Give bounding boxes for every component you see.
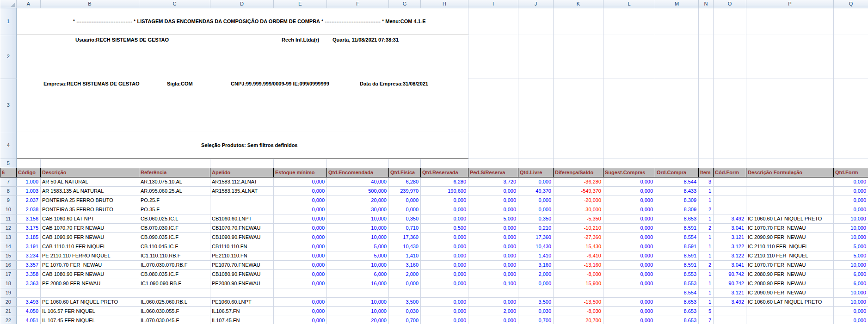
cell-ped_s_reserva[interactable]: 0,000 <box>468 223 518 232</box>
cell-cod_form[interactable] <box>714 205 746 214</box>
cell-apelido[interactable]: PE2080.90.FNEWAU <box>210 279 274 288</box>
cell-qtd_livre[interactable]: 49,370 <box>518 186 554 196</box>
column-title-diferenca_saldo[interactable]: Diferença/Saldo <box>554 168 603 177</box>
cell-sugest_compras[interactable]: 0,000 <box>603 177 655 186</box>
cell-ord_compra[interactable]: 8.544 <box>655 177 699 186</box>
empty-cell[interactable] <box>468 159 518 168</box>
cell-descricao_formulacao[interactable] <box>746 316 834 324</box>
column-header-N[interactable]: N <box>699 0 714 8</box>
empty-cell[interactable] <box>834 132 868 159</box>
cell-estoque_minimo[interactable]: 0,000 <box>274 196 327 205</box>
cell-ord_compra[interactable]: 8.653 <box>655 214 699 223</box>
cell-codigo[interactable]: 2.038 <box>17 205 41 214</box>
column-header-E[interactable]: E <box>274 0 327 8</box>
column-header-C[interactable]: C <box>139 0 210 8</box>
cell-sugest_compras[interactable]: 0,000 <box>603 205 655 214</box>
report-filter-cell[interactable]: Seleção Produtos: Sem filtros definidos <box>17 132 468 159</box>
cell-qtd_form[interactable]: 10,000 <box>834 223 868 232</box>
cell-qtd_form[interactable]: 6,000 <box>834 279 868 288</box>
cell-qtd_fisica[interactable]: 17,360 <box>389 232 421 242</box>
cell-referencia[interactable]: CB.060.025.IC.L <box>139 214 210 223</box>
cell-ped_s_reserva[interactable]: 0,000 <box>468 205 518 214</box>
cell-codigo[interactable]: 3.191 <box>17 242 41 251</box>
cell-descricao_formulacao[interactable]: IC 2080.90 FER NEWAU <box>746 269 834 279</box>
cell-qtd_encomendada[interactable]: 6,000 <box>327 269 389 279</box>
row-header[interactable]: 11 <box>0 214 17 223</box>
cell-qtd_form[interactable]: 5,000 <box>834 251 868 260</box>
column-header-P[interactable]: P <box>746 0 834 8</box>
cell-qtd_reservada[interactable]: 0,000 <box>421 306 468 316</box>
cell-diferenca_saldo[interactable]: -36,280 <box>554 177 603 186</box>
cell-ord_compra[interactable]: 8.309 <box>655 205 699 214</box>
cell-ped_s_reserva[interactable]: 2,000 <box>468 306 518 316</box>
row-header[interactable]: 16 <box>0 260 17 269</box>
cell-ped_s_reserva[interactable]: 0,000 <box>468 186 518 196</box>
empty-cell[interactable] <box>603 79 655 132</box>
cell-estoque_minimo[interactable]: 0,000 <box>274 316 327 324</box>
cell-ped_s_reserva[interactable]: 0,000 <box>468 242 518 251</box>
cell-ped_s_reserva[interactable]: 0,000 <box>468 269 518 279</box>
cell-referencia[interactable]: IL.070.030.045.F <box>139 316 210 324</box>
cell-qtd_reservada[interactable]: 0,000 <box>421 232 468 242</box>
cell-qtd_encomendada[interactable]: 10,000 <box>327 306 389 316</box>
cell-item[interactable]: 1 <box>699 196 714 205</box>
row-header[interactable]: 3 <box>0 79 17 132</box>
row-header[interactable]: 2 <box>0 35 17 79</box>
cell-qtd_fisica[interactable]: 2,000 <box>389 269 421 279</box>
column-header-J[interactable]: J <box>518 0 554 8</box>
cell-referencia[interactable]: PO.35.F <box>139 205 210 214</box>
empty-cell[interactable] <box>834 8 868 35</box>
row-header[interactable]: 13 <box>0 232 17 242</box>
column-header-B[interactable]: B <box>41 0 139 8</box>
cell-codigo[interactable]: 3.234 <box>17 251 41 260</box>
cell-ped_s_reserva[interactable]: 5,000 <box>468 214 518 223</box>
cell-qtd_form[interactable]: 10,000 <box>834 214 868 223</box>
column-header-O[interactable]: O <box>714 0 746 8</box>
cell-qtd_form[interactable]: 6,000 <box>834 269 868 279</box>
cell-item[interactable]: 2 <box>699 260 714 269</box>
cell-diferenca_saldo[interactable]: -27,360 <box>554 232 603 242</box>
cell-descricao_formulacao[interactable] <box>746 306 834 316</box>
cell-qtd_fisica[interactable]: 0,000 <box>389 205 421 214</box>
cell-referencia[interactable]: CB.080.035.IC.F <box>139 269 210 279</box>
cell-qtd_encomendada[interactable]: 10,000 <box>327 232 389 242</box>
cell-qtd_form[interactable]: 10,000 <box>834 288 868 297</box>
empty-cell[interactable] <box>389 159 421 168</box>
cell-qtd_reservada[interactable]: 0,000 <box>421 316 468 324</box>
cell-qtd_livre[interactable]: 0,350 <box>518 214 554 223</box>
cell-sugest_compras[interactable]: 0,000 <box>603 306 655 316</box>
empty-cell[interactable] <box>468 35 518 79</box>
cell-qtd_livre[interactable]: 3,160 <box>518 260 554 269</box>
cell-codigo[interactable]: 3.185 <box>17 232 41 242</box>
cell-diferenca_saldo[interactable]: -20,000 <box>554 196 603 205</box>
empty-cell[interactable] <box>468 8 518 35</box>
cell-cod_form[interactable] <box>714 186 746 196</box>
empty-cell[interactable] <box>655 35 699 79</box>
row-header[interactable]: 12 <box>0 223 17 232</box>
cell-qtd_reservada[interactable] <box>421 288 468 297</box>
column-title-ped_s_reserva[interactable]: Ped.S/Reserva <box>468 168 518 177</box>
cell-descricao[interactable]: PE 1070.70 FER NEWAU <box>41 260 139 269</box>
cell-descricao[interactable]: CAB 1110.110 FER NIQUEL <box>41 242 139 251</box>
row-header[interactable]: 6 <box>0 168 17 177</box>
cell-qtd_fisica[interactable]: 0,000 <box>389 279 421 288</box>
cell-qtd_reservada[interactable]: 0,000 <box>421 269 468 279</box>
cell-qtd_reservada[interactable]: 6,280 <box>421 177 468 186</box>
cell-sugest_compras[interactable]: 0,000 <box>603 223 655 232</box>
empty-cell[interactable] <box>746 35 834 79</box>
empty-cell[interactable] <box>834 159 868 168</box>
cell-descricao_formulacao[interactable]: IC 1070.70 FER NEWAU <box>746 260 834 269</box>
column-title-apelido[interactable]: Apelido <box>210 168 274 177</box>
row-header[interactable]: 7 <box>0 177 17 186</box>
cell-item[interactable]: 1 <box>699 251 714 260</box>
cell-descricao_formulacao[interactable]: IC 2080.90 FER NEWAU <box>746 279 834 288</box>
cell-qtd_form[interactable]: 0,000 <box>834 196 868 205</box>
cell-ord_compra[interactable]: 8.309 <box>655 196 699 205</box>
empty-cell[interactable] <box>554 35 603 79</box>
row-header[interactable]: 17 <box>0 269 17 279</box>
row-header[interactable]: 1 <box>0 8 17 35</box>
empty-cell[interactable] <box>17 159 41 168</box>
empty-cell[interactable] <box>274 159 327 168</box>
cell-qtd_form[interactable]: 0,000 <box>834 316 868 324</box>
cell-qtd_encomendada[interactable]: 20,000 <box>327 316 389 324</box>
